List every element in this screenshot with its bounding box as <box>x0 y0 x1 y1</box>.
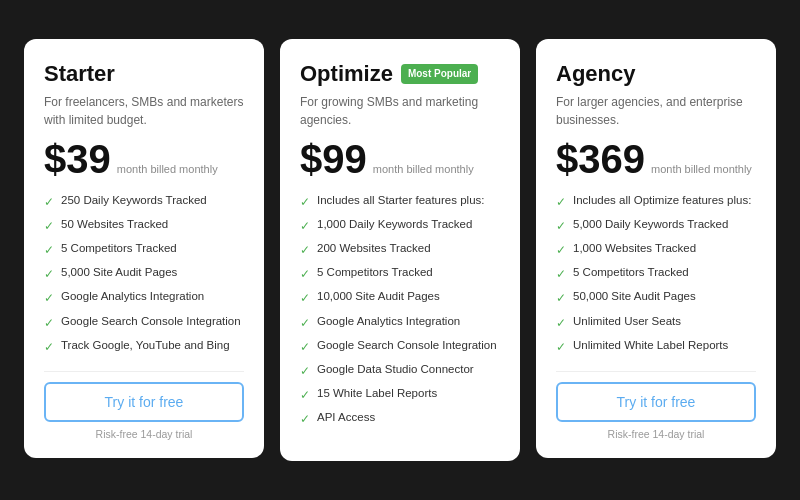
price-amount-agency: $369 <box>556 139 645 179</box>
check-icon: ✓ <box>556 242 566 258</box>
features-list-agency: ✓Includes all Optimize features plus:✓5,… <box>556 193 756 355</box>
check-icon: ✓ <box>556 290 566 306</box>
feature-text: 10,000 Site Audit Pages <box>317 289 440 305</box>
feature-text: 5 Competitors Tracked <box>61 241 177 257</box>
check-icon: ✓ <box>556 315 566 331</box>
feature-item: ✓5 Competitors Tracked <box>300 265 500 282</box>
feature-item: ✓200 Websites Tracked <box>300 241 500 258</box>
feature-text: Unlimited User Seats <box>573 314 681 330</box>
feature-item: ✓1,000 Daily Keywords Tracked <box>300 217 500 234</box>
feature-item: ✓Google Analytics Integration <box>44 289 244 306</box>
price-row-agency: $369month billed monthly <box>556 139 756 179</box>
price-row-optimize: $99month billed monthly <box>300 139 500 179</box>
feature-text: API Access <box>317 410 375 426</box>
price-amount-starter: $39 <box>44 139 111 179</box>
check-icon: ✓ <box>300 339 310 355</box>
price-note-optimize: month billed monthly <box>373 162 474 177</box>
feature-text: 5 Competitors Tracked <box>573 265 689 281</box>
feature-text: 200 Websites Tracked <box>317 241 431 257</box>
plan-desc-starter: For freelancers, SMBs and marketers with… <box>44 93 244 129</box>
feature-text: 15 White Label Reports <box>317 386 437 402</box>
feature-item: ✓Google Search Console Integration <box>44 314 244 331</box>
plan-card-agency: AgencyFor larger agencies, and enterpris… <box>536 39 776 458</box>
cta-button-starter[interactable]: Try it for free <box>44 382 244 422</box>
check-icon: ✓ <box>556 218 566 234</box>
cta-button-agency[interactable]: Try it for free <box>556 382 756 422</box>
plan-name-optimize: Optimize <box>300 61 393 87</box>
features-list-optimize: ✓Includes all Starter features plus:✓1,0… <box>300 193 500 428</box>
feature-item: ✓Unlimited User Seats <box>556 314 756 331</box>
plan-header-agency: Agency <box>556 61 756 87</box>
feature-item: ✓Includes all Starter features plus: <box>300 193 500 210</box>
plan-name-starter: Starter <box>44 61 115 87</box>
feature-item: ✓10,000 Site Audit Pages <box>300 289 500 306</box>
feature-item: ✓50 Websites Tracked <box>44 217 244 234</box>
plan-desc-optimize: For growing SMBs and marketing agencies. <box>300 93 500 129</box>
trial-note-agency: Risk-free 14-day trial <box>556 428 756 440</box>
check-icon: ✓ <box>300 411 310 427</box>
feature-item: ✓1,000 Websites Tracked <box>556 241 756 258</box>
plan-name-agency: Agency <box>556 61 635 87</box>
feature-text: Includes all Starter features plus: <box>317 193 484 209</box>
check-icon: ✓ <box>44 315 54 331</box>
feature-item: ✓5,000 Daily Keywords Tracked <box>556 217 756 234</box>
price-row-starter: $39month billed monthly <box>44 139 244 179</box>
feature-text: Google Data Studio Connector <box>317 362 474 378</box>
feature-text: Includes all Optimize features plus: <box>573 193 751 209</box>
check-icon: ✓ <box>44 242 54 258</box>
feature-text: Unlimited White Label Reports <box>573 338 728 354</box>
check-icon: ✓ <box>300 242 310 258</box>
feature-item: ✓Unlimited White Label Reports <box>556 338 756 355</box>
check-icon: ✓ <box>300 194 310 210</box>
check-icon: ✓ <box>556 194 566 210</box>
check-icon: ✓ <box>300 363 310 379</box>
most-popular-badge: Most Popular <box>401 64 478 84</box>
feature-item: ✓Includes all Optimize features plus: <box>556 193 756 210</box>
feature-text: Google Search Console Integration <box>317 338 497 354</box>
feature-item: ✓Google Search Console Integration <box>300 338 500 355</box>
plan-header-starter: Starter <box>44 61 244 87</box>
feature-text: 5,000 Site Audit Pages <box>61 265 177 281</box>
feature-text: Google Analytics Integration <box>317 314 460 330</box>
plan-header-optimize: OptimizeMost Popular <box>300 61 500 87</box>
feature-item: ✓15 White Label Reports <box>300 386 500 403</box>
trial-note-starter: Risk-free 14-day trial <box>44 428 244 440</box>
check-icon: ✓ <box>300 290 310 306</box>
feature-item: ✓Track Google, YouTube and Bing <box>44 338 244 355</box>
check-icon: ✓ <box>44 290 54 306</box>
feature-item: ✓250 Daily Keywords Tracked <box>44 193 244 210</box>
feature-text: Google Search Console Integration <box>61 314 241 330</box>
check-icon: ✓ <box>44 266 54 282</box>
plan-card-starter: StarterFor freelancers, SMBs and markete… <box>24 39 264 458</box>
pricing-container: StarterFor freelancers, SMBs and markete… <box>0 19 800 482</box>
check-icon: ✓ <box>44 218 54 234</box>
feature-item: ✓5,000 Site Audit Pages <box>44 265 244 282</box>
features-list-starter: ✓250 Daily Keywords Tracked✓50 Websites … <box>44 193 244 355</box>
feature-text: 5 Competitors Tracked <box>317 265 433 281</box>
check-icon: ✓ <box>300 387 310 403</box>
feature-text: 1,000 Daily Keywords Tracked <box>317 217 472 233</box>
price-amount-optimize: $99 <box>300 139 367 179</box>
check-icon: ✓ <box>300 266 310 282</box>
feature-text: 1,000 Websites Tracked <box>573 241 696 257</box>
feature-text: Track Google, YouTube and Bing <box>61 338 230 354</box>
check-icon: ✓ <box>300 315 310 331</box>
feature-item: ✓5 Competitors Tracked <box>556 265 756 282</box>
check-icon: ✓ <box>556 266 566 282</box>
feature-text: 50 Websites Tracked <box>61 217 168 233</box>
feature-item: ✓Google Data Studio Connector <box>300 362 500 379</box>
check-icon: ✓ <box>44 194 54 210</box>
plan-desc-agency: For larger agencies, and enterprise busi… <box>556 93 756 129</box>
check-icon: ✓ <box>300 218 310 234</box>
feature-text: 50,000 Site Audit Pages <box>573 289 696 305</box>
check-icon: ✓ <box>556 339 566 355</box>
feature-item: ✓API Access <box>300 410 500 427</box>
feature-text: Google Analytics Integration <box>61 289 204 305</box>
feature-item: ✓5 Competitors Tracked <box>44 241 244 258</box>
feature-text: 250 Daily Keywords Tracked <box>61 193 207 209</box>
check-icon: ✓ <box>44 339 54 355</box>
price-note-agency: month billed monthly <box>651 162 752 177</box>
feature-item: ✓Google Analytics Integration <box>300 314 500 331</box>
feature-item: ✓50,000 Site Audit Pages <box>556 289 756 306</box>
plan-card-optimize: OptimizeMost PopularFor growing SMBs and… <box>280 39 520 462</box>
